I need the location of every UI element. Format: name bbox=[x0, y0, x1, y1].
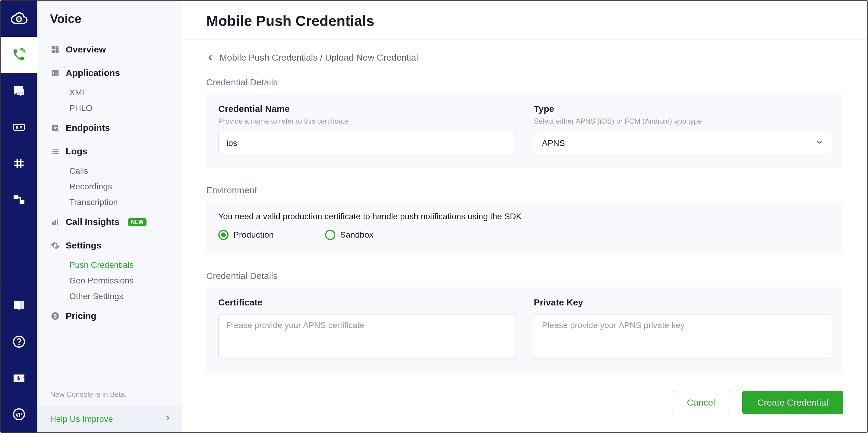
sidebar-item-label: Call Insights bbox=[66, 217, 119, 227]
sidebar-sub-phlo[interactable]: PHLO bbox=[37, 100, 182, 116]
svg-text:$: $ bbox=[17, 376, 20, 381]
help-us-improve[interactable]: Help Us Improve bbox=[37, 406, 182, 432]
section-heading-environment: Environment bbox=[182, 179, 867, 202]
field-credential-name: Credential Name Provide a name to refer … bbox=[218, 104, 516, 154]
private-key-textarea[interactable] bbox=[534, 314, 832, 359]
type-hint: Select either APNS (iOS) or FCM (Android… bbox=[534, 114, 832, 132]
type-select-value: APNS bbox=[542, 138, 565, 148]
radio-label: Production bbox=[234, 230, 274, 240]
beta-note: New Console is in Beta. bbox=[37, 390, 182, 406]
nav-billing-icon[interactable]: $ bbox=[1, 360, 37, 396]
sidebar-item-endpoints[interactable]: Endpoints bbox=[37, 116, 182, 140]
section-heading-details: Credential Details bbox=[182, 71, 867, 93]
sidebar-item-label: Overview bbox=[66, 44, 106, 55]
app-root: SIP bbox=[0, 0, 868, 433]
help-label: Help Us Improve bbox=[50, 414, 113, 424]
sidebar-item-label: Endpoints bbox=[66, 123, 110, 133]
svg-point-15 bbox=[19, 344, 20, 345]
nav-account-icon[interactable]: VP bbox=[1, 396, 37, 432]
radio-sandbox[interactable]: Sandbox bbox=[325, 230, 374, 240]
private-key-label: Private Key bbox=[534, 297, 832, 314]
sidebar-item-label: Settings bbox=[66, 240, 101, 251]
download-icon bbox=[50, 123, 60, 133]
list-icon bbox=[50, 146, 60, 156]
breadcrumb[interactable]: Mobile Push Credentials / Upload New Cre… bbox=[182, 40, 867, 71]
sidebar-item-overview[interactable]: Overview bbox=[37, 38, 182, 61]
nav-numbers-icon[interactable] bbox=[1, 145, 37, 182]
new-badge: NEW bbox=[128, 218, 147, 226]
sidebar-sub-push-credentials[interactable]: Push Credentials bbox=[37, 257, 182, 273]
sidebar-sub-geo-permissions[interactable]: Geo Permissions bbox=[37, 273, 182, 288]
nav-sip-icon[interactable]: SIP bbox=[1, 109, 37, 145]
sidebar-item-label: Applications bbox=[66, 68, 120, 78]
sidebar-item-call-insights[interactable]: Call Insights NEW bbox=[37, 210, 182, 234]
type-select[interactable]: APNS bbox=[534, 132, 832, 154]
nav-voice-icon[interactable] bbox=[1, 37, 37, 73]
svg-rect-21 bbox=[56, 48, 59, 53]
page-title: Mobile Push Credentials bbox=[182, 1, 867, 40]
cancel-button[interactable]: Cancel bbox=[672, 391, 730, 414]
svg-rect-23 bbox=[52, 70, 59, 76]
sidebar-sub-xml[interactable]: XML bbox=[37, 85, 182, 100]
svg-text:SIP: SIP bbox=[16, 125, 23, 130]
sidebar-item-settings[interactable]: Settings bbox=[37, 234, 182, 257]
terminal-icon bbox=[50, 68, 60, 78]
sidebar-sub-recordings[interactable]: Recordings bbox=[37, 179, 182, 194]
panel-environment: You need a valid production certificate … bbox=[206, 202, 843, 253]
svg-rect-7 bbox=[18, 20, 19, 21]
nav-trunk-icon[interactable] bbox=[1, 182, 37, 218]
credential-name-input[interactable] bbox=[218, 132, 516, 154]
breadcrumb-text: Mobile Push Credentials / Upload New Cre… bbox=[219, 53, 418, 63]
nav-docs-icon[interactable] bbox=[1, 287, 37, 323]
panel-cert: Certificate Private Key bbox=[206, 287, 843, 373]
svg-rect-4 bbox=[18, 19, 19, 20]
svg-rect-26 bbox=[55, 220, 56, 225]
main-content: Mobile Push Credentials Mobile Push Cred… bbox=[182, 1, 867, 432]
radio-production[interactable]: Production bbox=[218, 230, 274, 240]
type-label: Type bbox=[534, 104, 832, 114]
sidebar-sub-other-settings[interactable]: Other Settings bbox=[37, 288, 182, 304]
radio-icon-unselected bbox=[325, 230, 335, 240]
svg-text:VP: VP bbox=[16, 412, 23, 418]
field-private-key: Private Key bbox=[534, 297, 832, 360]
sidebar-item-applications[interactable]: Applications bbox=[37, 61, 182, 85]
certificate-textarea[interactable] bbox=[218, 314, 516, 359]
chevron-right-icon bbox=[164, 414, 172, 424]
nav-help-icon[interactable] bbox=[1, 323, 37, 360]
logo-cloud-icon[interactable] bbox=[1, 1, 37, 37]
radio-icon-selected bbox=[218, 230, 228, 240]
dollar-icon: $ bbox=[50, 311, 60, 321]
svg-rect-1 bbox=[18, 18, 19, 19]
credential-name-hint: Provide a name to refer to this certific… bbox=[218, 114, 516, 132]
create-credential-button[interactable]: Create Credential bbox=[742, 391, 843, 414]
sidebar-title: Voice bbox=[37, 12, 182, 38]
gear-icon bbox=[50, 240, 60, 251]
field-type: Type Select either APNS (iOS) or FCM (An… bbox=[534, 104, 832, 154]
svg-rect-22 bbox=[52, 50, 55, 53]
nav-rail: SIP bbox=[1, 1, 37, 432]
svg-rect-6 bbox=[20, 19, 21, 20]
footer-actions: Cancel Create Credential bbox=[182, 385, 867, 426]
svg-rect-9 bbox=[20, 20, 21, 21]
svg-rect-12 bbox=[13, 195, 19, 199]
certificate-label: Certificate bbox=[218, 297, 516, 314]
panel-credential-details: Credential Name Provide a name to refer … bbox=[206, 93, 843, 168]
sidebar-item-pricing[interactable]: $ Pricing bbox=[37, 304, 182, 328]
field-certificate: Certificate bbox=[218, 297, 516, 360]
radio-label: Sandbox bbox=[340, 230, 374, 240]
sidebar-item-logs[interactable]: Logs bbox=[37, 140, 182, 163]
svg-rect-20 bbox=[56, 46, 59, 48]
svg-rect-3 bbox=[20, 18, 21, 19]
sidebar-sub-calls[interactable]: Calls bbox=[37, 163, 182, 179]
section-heading-cert: Credential Details bbox=[182, 265, 867, 287]
credential-name-label: Credential Name bbox=[218, 104, 516, 114]
svg-rect-25 bbox=[52, 222, 54, 225]
dashboard-icon bbox=[50, 44, 60, 55]
sidebar-sub-transcription[interactable]: Transcription bbox=[37, 194, 182, 210]
svg-rect-8 bbox=[19, 20, 20, 21]
svg-rect-2 bbox=[19, 18, 20, 19]
nav-messaging-icon[interactable] bbox=[1, 73, 37, 109]
svg-text:$: $ bbox=[54, 313, 57, 319]
svg-rect-5 bbox=[19, 19, 20, 20]
sidebar: Voice Overview Applications XML PHLO End… bbox=[37, 1, 182, 432]
